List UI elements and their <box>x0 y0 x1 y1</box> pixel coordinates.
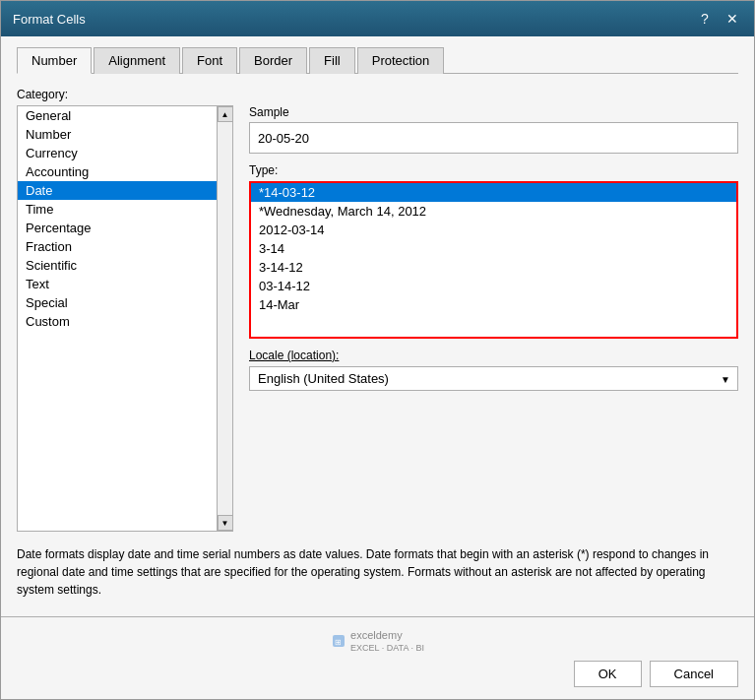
type-label: Type: <box>249 163 738 177</box>
footer-logo: ⊞ exceldemy EXCEL · DATA · BI <box>331 629 424 653</box>
description-area: Date formats display date and time seria… <box>17 545 738 606</box>
type-item-4[interactable]: 3-14-12 <box>251 258 736 277</box>
category-percentage[interactable]: Percentage <box>18 219 217 237</box>
title-controls: ? ✕ <box>695 9 742 29</box>
help-button[interactable]: ? <box>695 9 715 29</box>
ok-button[interactable]: OK <box>574 661 642 687</box>
svg-text:⊞: ⊞ <box>335 638 342 647</box>
type-item-5[interactable]: 03-14-12 <box>251 277 736 295</box>
type-item-1[interactable]: *Wednesday, March 14, 2012 <box>251 202 736 221</box>
tab-alignment[interactable]: Alignment <box>94 47 180 74</box>
category-fraction[interactable]: Fraction <box>18 237 217 256</box>
category-panel: General Number Currency Accounting Date … <box>17 105 233 532</box>
category-label: Category: <box>17 88 738 101</box>
tab-protection[interactable]: Protection <box>357 47 445 74</box>
category-special[interactable]: Special <box>18 293 217 312</box>
category-scrollbar[interactable]: ▲ ▼ <box>217 106 232 531</box>
logo-text: exceldemy EXCEL · DATA · BI <box>350 629 424 653</box>
locale-label: Locale (location): <box>249 349 738 362</box>
type-item-3[interactable]: 3-14 <box>251 239 736 258</box>
dialog-body: Number Alignment Font Border Fill Protec… <box>1 36 754 616</box>
tab-number[interactable]: Number <box>17 47 92 74</box>
sample-section: Sample 20-05-20 <box>249 105 738 154</box>
category-number[interactable]: Number <box>18 125 217 144</box>
category-currency[interactable]: Currency <box>18 144 217 162</box>
category-general[interactable]: General <box>18 106 217 125</box>
sample-header: Sample <box>249 105 738 119</box>
category-text[interactable]: Text <box>18 275 217 293</box>
tab-border[interactable]: Border <box>239 47 307 74</box>
dialog-title: Format Cells <box>13 12 86 27</box>
type-item-2[interactable]: 2012-03-14 <box>251 221 736 239</box>
locale-section: Locale (location): English (United State… <box>249 349 738 391</box>
sample-box: 20-05-20 <box>249 122 738 154</box>
category-scientific[interactable]: Scientific <box>18 256 217 275</box>
format-cells-dialog: Format Cells ? ✕ Number Alignment Font B… <box>0 0 755 700</box>
type-item-6[interactable]: 14-Mar <box>251 295 736 314</box>
content-area: Category: General Number Currency Accoun… <box>17 88 738 606</box>
right-panel: Sample 20-05-20 Type: *14-03-12 *Wednesd… <box>249 105 738 532</box>
type-item-0[interactable]: *14-03-12 <box>251 183 736 202</box>
category-accounting[interactable]: Accounting <box>18 162 217 181</box>
tab-bar: Number Alignment Font Border Fill Protec… <box>17 46 738 74</box>
type-section: Type: *14-03-12 *Wednesday, March 14, 20… <box>249 163 738 339</box>
type-list: *14-03-12 *Wednesday, March 14, 2012 201… <box>251 183 736 314</box>
category-list-wrapper: General Number Currency Accounting Date … <box>17 105 233 532</box>
footer: ⊞ exceldemy EXCEL · DATA · BI OK Cancel <box>1 616 754 699</box>
cancel-button[interactable]: Cancel <box>650 661 738 687</box>
tab-fill[interactable]: Fill <box>309 47 355 74</box>
logo-icon: ⊞ <box>331 633 346 649</box>
sample-value: 20-05-20 <box>258 131 309 146</box>
category-custom[interactable]: Custom <box>18 312 217 331</box>
title-bar: Format Cells ? ✕ <box>1 1 754 36</box>
type-list-wrapper: *14-03-12 *Wednesday, March 14, 2012 201… <box>249 181 738 339</box>
footer-buttons: OK Cancel <box>17 661 738 687</box>
locale-select[interactable]: English (United States) <box>249 366 738 391</box>
category-time[interactable]: Time <box>18 200 217 219</box>
main-row: General Number Currency Accounting Date … <box>17 105 738 532</box>
locale-select-wrapper: English (United States) <box>249 366 738 391</box>
category-list: General Number Currency Accounting Date … <box>18 106 217 531</box>
scroll-down-btn[interactable]: ▼ <box>218 515 233 531</box>
close-button[interactable]: ✕ <box>723 9 742 29</box>
scroll-up-btn[interactable]: ▲ <box>218 106 233 122</box>
tab-font[interactable]: Font <box>182 47 237 74</box>
category-date[interactable]: Date <box>18 181 217 200</box>
